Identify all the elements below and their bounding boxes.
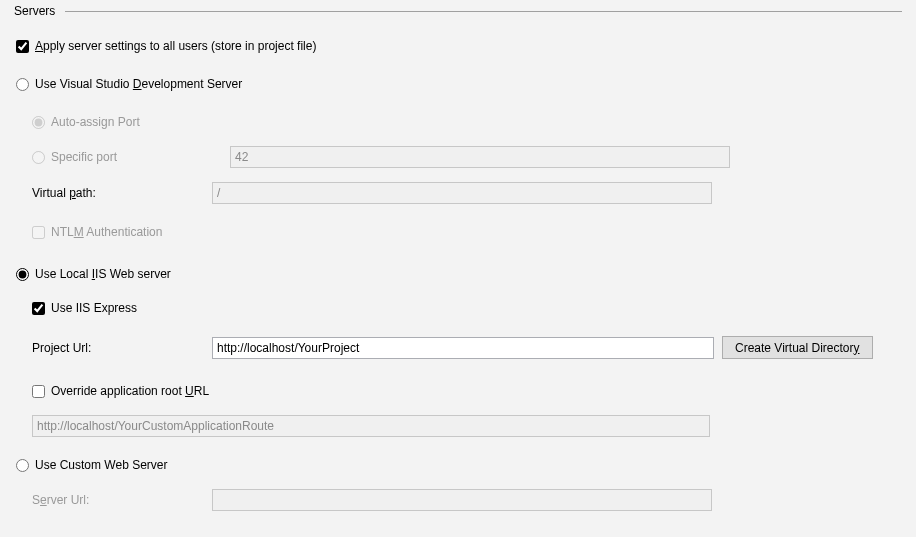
auto-assign-radio (32, 116, 45, 129)
iis-express-checkbox[interactable] (32, 302, 45, 315)
override-root-input (32, 415, 710, 437)
server-url-label: Server Url: (32, 493, 212, 507)
override-root-label[interactable]: Override application root URL (51, 384, 209, 398)
group-divider (65, 11, 902, 12)
iis-radio[interactable] (16, 268, 29, 281)
auto-assign-label: Auto-assign Port (51, 115, 140, 129)
vsdev-radio[interactable] (16, 78, 29, 91)
apply-all-label[interactable]: Apply server settings to all users (stor… (35, 39, 316, 53)
virtual-path-input (212, 182, 712, 204)
create-virtual-directory-button[interactable]: Create Virtual Directory (722, 336, 873, 359)
ntlm-checkbox (32, 226, 45, 239)
specific-port-label: Specific port (51, 150, 117, 164)
custom-server-radio[interactable] (16, 459, 29, 472)
virtual-path-label: Virtual path: (32, 186, 212, 200)
specific-port-radio (32, 151, 45, 164)
iis-label[interactable]: Use Local IIS Web server (35, 267, 171, 281)
server-url-input (212, 489, 712, 511)
override-root-checkbox[interactable] (32, 385, 45, 398)
group-title: Servers (14, 4, 65, 18)
vsdev-label[interactable]: Use Visual Studio Development Server (35, 77, 242, 91)
specific-port-input (230, 146, 730, 168)
custom-server-label[interactable]: Use Custom Web Server (35, 458, 168, 472)
project-url-label: Project Url: (32, 341, 212, 355)
project-url-input[interactable] (212, 337, 714, 359)
iis-express-label[interactable]: Use IIS Express (51, 301, 137, 315)
ntlm-label: NTLM Authentication (51, 225, 162, 239)
group-header: Servers (14, 4, 902, 18)
apply-all-checkbox[interactable] (16, 40, 29, 53)
